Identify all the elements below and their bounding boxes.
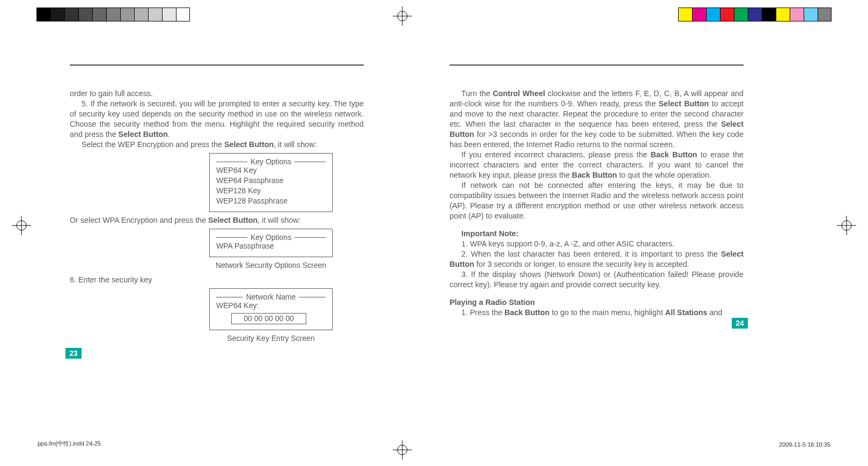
important-note-heading: Important Note: (450, 229, 744, 239)
body-text: Select the WEP Encryption and press the … (70, 140, 364, 150)
security-key-entry-screen: Network Name WEP64 Key: 00 00 00 00 00 (209, 288, 333, 330)
note-item: 2. When the last character has been ente… (450, 249, 744, 270)
body-text: 6. Enter the security key (70, 275, 364, 285)
body-text: Or select WPA Encryption and press the S… (70, 215, 364, 225)
list-item: WEP128 Passphrase (216, 196, 326, 206)
body-text: 5. If the network is secured, you will b… (70, 99, 364, 140)
screen-caption: Network Security Options Screen (209, 260, 333, 271)
key-value: 00 00 00 00 00 (231, 313, 306, 324)
body-text: If you entered incorrect characters, ple… (450, 150, 744, 180)
header-rule (70, 64, 364, 66)
section-heading: Playing a Radio Station (450, 297, 744, 308)
page-23: order to gain full access. 5. If the net… (70, 64, 364, 348)
registration-mark-icon (392, 439, 413, 461)
list-item: WEP128 Key (216, 186, 326, 196)
calibration-bar-grayscale (36, 8, 190, 21)
page-number: 23 (65, 348, 82, 359)
imprint-file: pps-fm(中性).indd 24-25 (38, 440, 101, 448)
note-item: 1. WPA keys support 0-9, a-z, A -Z, and … (450, 239, 744, 249)
note-item: 3. If the display shows (Network Down) o… (450, 270, 744, 290)
key-options-screen-wep: Key Options WEP64 Key WEP64 Passphrase W… (209, 153, 333, 212)
header-rule (450, 64, 744, 66)
body-text: Turn the Control Wheel clockwise and the… (450, 89, 744, 150)
calibration-bar-color (678, 8, 832, 21)
list-item: WEP64 Passphrase (216, 176, 326, 186)
body-text: 1. Press the Back Button to go to the ma… (450, 308, 744, 318)
page-number: 24 (732, 318, 748, 329)
registration-mark-icon (392, 5, 413, 27)
registration-mark-icon (11, 215, 32, 236)
imprint-date: 2009-11-5 16:10:35 (779, 441, 830, 448)
page-24: Turn the Control Wheel clockwise and the… (450, 64, 744, 318)
key-options-screen-wpa: Key Options WPA Passphrase (209, 229, 333, 257)
body-text: If network can not be connected after en… (450, 180, 744, 221)
body-text: order to gain full access. (70, 89, 364, 99)
screen-caption: Security Key Entry Screen (209, 333, 333, 344)
registration-mark-icon (836, 215, 857, 236)
